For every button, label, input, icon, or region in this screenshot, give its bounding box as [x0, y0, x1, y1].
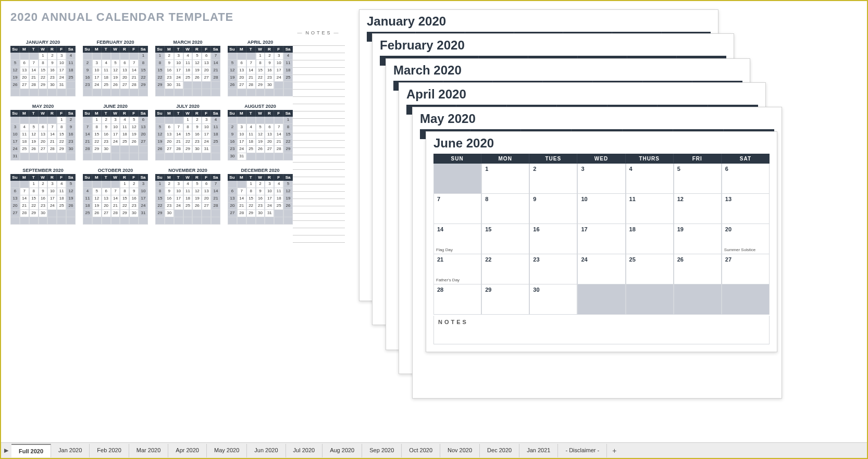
- june-cell[interactable]: 25: [626, 254, 674, 284]
- notes-line[interactable]: [293, 82, 345, 90]
- notes-line[interactable]: [293, 90, 345, 97]
- mini-month-name: JULY 2020: [155, 104, 220, 109]
- june-cell[interactable]: 30: [529, 284, 577, 315]
- sheet-tab-bar: ▶ Full 2020Jan 2020Feb 2020Mar 2020Apr 2…: [1, 442, 867, 458]
- notes-line[interactable]: [293, 155, 345, 163]
- notes-line[interactable]: [293, 228, 345, 235]
- sheet-tab[interactable]: Aug 2020: [323, 444, 362, 457]
- june-cell[interactable]: 26: [674, 254, 722, 284]
- june-cell[interactable]: 22: [481, 254, 529, 284]
- june-cell[interactable]: [577, 284, 625, 315]
- mini-month: JANUARY 2020SuMTWRFSa1234567891011121314…: [10, 40, 76, 96]
- notes-line[interactable]: [293, 184, 345, 192]
- notes-line[interactable]: [293, 170, 345, 177]
- june-cell[interactable]: 29: [481, 284, 529, 315]
- mini-month: DECEMBER 2020SuMTWRFSa123456789101112131…: [228, 168, 293, 225]
- june-cell[interactable]: 5: [674, 164, 722, 194]
- mini-month: FEBRUARY 2020SuMTWRFSa123456789101112131…: [83, 40, 148, 96]
- sheet-tab[interactable]: Jan 2021: [519, 444, 558, 457]
- june-cell[interactable]: 14Flag Day: [433, 224, 481, 254]
- sheet-tab[interactable]: Feb 2020: [90, 444, 129, 457]
- stacked-sheet-title: January 2020: [359, 10, 718, 32]
- june-cell[interactable]: 17: [577, 224, 625, 254]
- mini-month-name: FEBRUARY 2020: [83, 40, 148, 45]
- notes-line[interactable]: [293, 126, 345, 133]
- notes-line[interactable]: [293, 53, 345, 60]
- june-sheet: June 2020 SUNMONTUESWEDTHURSFRISAT 12345…: [426, 131, 777, 352]
- june-cell[interactable]: [674, 284, 722, 315]
- notes-line[interactable]: [293, 199, 345, 206]
- notes-line[interactable]: [293, 163, 345, 170]
- sheet-tab[interactable]: Apr 2020: [168, 444, 207, 457]
- june-cell[interactable]: [722, 284, 770, 315]
- june-cell[interactable]: 10: [577, 194, 625, 224]
- mini-month: APRIL 2020SuMTWRFSa123456789101112131415…: [228, 40, 293, 96]
- june-cell[interactable]: 28: [433, 284, 481, 315]
- sheet-tab[interactable]: Full 2020: [11, 444, 51, 457]
- june-event: Father's Day: [436, 278, 460, 282]
- notes-line[interactable]: [293, 235, 345, 243]
- june-cell[interactable]: 9: [529, 194, 577, 224]
- june-cell[interactable]: 21Father's Day: [433, 254, 481, 284]
- notes-line[interactable]: [293, 119, 345, 126]
- june-cell[interactable]: 15: [481, 224, 529, 254]
- sheet-tab[interactable]: Jul 2020: [286, 444, 323, 457]
- mini-month-name: APRIL 2020: [228, 40, 293, 45]
- stacked-sheet-title: March 2020: [386, 59, 750, 81]
- sheet-tab[interactable]: - Disclaimer -: [558, 444, 607, 457]
- sheet-tab[interactable]: Sep 2020: [362, 444, 402, 457]
- june-cell[interactable]: 19: [674, 224, 722, 254]
- notes-line[interactable]: [293, 177, 345, 184]
- mini-month-name: JUNE 2020: [83, 104, 148, 109]
- sheet-tab[interactable]: Oct 2020: [402, 444, 440, 457]
- sheet-tab[interactable]: Jan 2020: [51, 444, 90, 457]
- stacked-sheet-title: May 2020: [413, 107, 782, 129]
- june-cell[interactable]: 13: [722, 194, 770, 224]
- notes-line[interactable]: [293, 192, 345, 199]
- notes-line[interactable]: [293, 68, 345, 75]
- june-cell[interactable]: 16: [529, 224, 577, 254]
- notes-line[interactable]: [293, 148, 345, 155]
- notes-line[interactable]: [293, 206, 345, 214]
- tab-nav-icon[interactable]: ▶: [1, 447, 11, 454]
- stacked-sheet-title: April 2020: [399, 83, 765, 105]
- june-cell[interactable]: 3: [577, 164, 625, 194]
- notes-line[interactable]: [293, 111, 345, 119]
- mini-month-name: JANUARY 2020: [10, 40, 76, 45]
- sheet-tab[interactable]: Dec 2020: [480, 444, 519, 457]
- june-title: June 2020: [426, 132, 777, 154]
- june-cell[interactable]: 23: [529, 254, 577, 284]
- tab-add-button[interactable]: +: [607, 444, 622, 457]
- annual-title: 2020 ANNUAL CALENDAR TEMPLATE: [10, 10, 344, 24]
- sheet-tab[interactable]: May 2020: [207, 444, 247, 457]
- notes-line[interactable]: [293, 97, 345, 104]
- june-cell[interactable]: 18: [626, 224, 674, 254]
- june-cell[interactable]: [433, 164, 481, 194]
- june-cell[interactable]: 4: [626, 164, 674, 194]
- june-cell[interactable]: [626, 284, 674, 315]
- june-cell[interactable]: 8: [481, 194, 529, 224]
- june-date-grid: 1234567891011121314Flag Day151617181920S…: [433, 164, 770, 315]
- june-cell[interactable]: 2: [529, 164, 577, 194]
- notes-line[interactable]: [293, 221, 345, 228]
- notes-heading: NOTES: [293, 30, 345, 35]
- notes-line[interactable]: [293, 39, 345, 46]
- june-cell[interactable]: 20Summer Solstice: [722, 224, 770, 254]
- sheet-tab[interactable]: Mar 2020: [129, 444, 168, 457]
- june-cell[interactable]: 24: [577, 254, 625, 284]
- notes-line[interactable]: [293, 60, 345, 68]
- notes-line[interactable]: [293, 133, 345, 141]
- sheet-tab[interactable]: Nov 2020: [440, 444, 480, 457]
- june-cell[interactable]: 6: [722, 164, 770, 194]
- june-cell[interactable]: 11: [626, 194, 674, 224]
- notes-line[interactable]: [293, 141, 345, 148]
- june-cell[interactable]: 12: [674, 194, 722, 224]
- notes-line[interactable]: [293, 104, 345, 111]
- notes-line[interactable]: [293, 214, 345, 221]
- june-cell[interactable]: 27: [722, 254, 770, 284]
- notes-line[interactable]: [293, 46, 345, 53]
- june-cell[interactable]: 1: [481, 164, 529, 194]
- notes-line[interactable]: [293, 75, 345, 82]
- sheet-tab[interactable]: Jun 2020: [247, 444, 286, 457]
- june-cell[interactable]: 7: [433, 194, 481, 224]
